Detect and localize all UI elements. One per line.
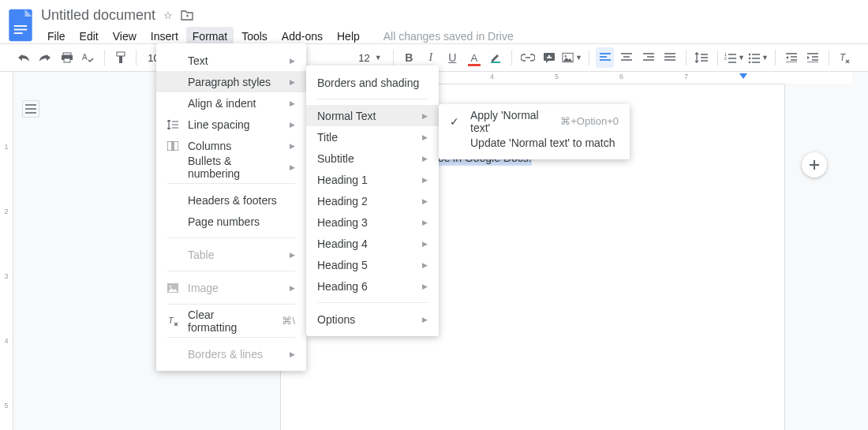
svg-rect-10 xyxy=(491,62,500,63)
text-color-button[interactable]: A xyxy=(465,47,483,68)
svg-rect-9 xyxy=(119,56,122,63)
line-spacing-button[interactable] xyxy=(693,47,711,68)
svg-rect-1 xyxy=(14,25,28,27)
svg-point-19 xyxy=(749,58,751,60)
format-item-borders-lines: Borders & lines▶ xyxy=(156,343,306,365)
chevron-right-icon: ▶ xyxy=(422,155,428,163)
align-center-button[interactable] xyxy=(617,47,635,68)
clear-formatting-button[interactable]: T xyxy=(836,47,854,68)
format-item-columns[interactable]: Columns▶ xyxy=(156,135,306,156)
document-title[interactable]: Untitled document xyxy=(41,7,155,24)
underline-button[interactable]: U xyxy=(443,47,462,68)
chevron-right-icon: ▶ xyxy=(290,251,295,259)
align-right-button[interactable] xyxy=(639,47,657,68)
chevron-right-icon: ▶ xyxy=(422,133,428,141)
chevron-right-icon: ▶ xyxy=(422,176,428,184)
highlight-color-button[interactable] xyxy=(487,47,505,68)
svg-point-20 xyxy=(749,62,751,63)
chevron-right-icon: ▶ xyxy=(422,316,428,323)
explore-button[interactable] xyxy=(802,152,827,178)
svg-rect-4 xyxy=(63,53,71,55)
chevron-down-icon: ▼ xyxy=(375,54,382,62)
parastyle-item-normal-text[interactable]: Normal Text▶ xyxy=(306,105,439,126)
apply-normal-text-item[interactable]: ✓ Apply 'Normal text' ⌘+Option+0 xyxy=(439,110,630,132)
svg-rect-2 xyxy=(14,29,28,31)
chevron-right-icon: ▶ xyxy=(290,121,295,129)
document-outline-button[interactable] xyxy=(22,100,39,118)
chevron-right-icon: ▶ xyxy=(422,112,428,120)
svg-rect-6 xyxy=(64,58,70,62)
chevron-right-icon: ▶ xyxy=(422,282,428,290)
svg-text:T: T xyxy=(168,316,174,325)
svg-text:A: A xyxy=(82,53,88,62)
chevron-right-icon: ▶ xyxy=(422,197,428,205)
decrease-indent-button[interactable] xyxy=(782,47,800,68)
svg-point-18 xyxy=(749,54,751,56)
titlebar: Untitled document ☆ FileEditViewInsertFo… xyxy=(0,0,868,43)
format-item-line-spacing[interactable]: Line spacing▶ xyxy=(156,114,306,135)
format-item-bullets-numbering[interactable]: Bullets & numbering▶ xyxy=(156,156,306,178)
format-item-clear-formatting[interactable]: TClear formatting⌘\ xyxy=(156,310,306,331)
parastyle-item-heading-2[interactable]: Heading 2▶ xyxy=(306,190,439,211)
bulleted-list-button[interactable]: ▼ xyxy=(748,47,769,68)
insert-comment-button[interactable] xyxy=(540,47,558,68)
print-button[interactable] xyxy=(58,47,76,68)
format-item-paragraph-styles[interactable]: Paragraph styles▶ xyxy=(156,71,306,92)
chevron-down-icon: ▼ xyxy=(575,54,582,62)
svg-text:2: 2 xyxy=(724,56,727,61)
align-left-button[interactable] xyxy=(596,47,614,68)
vertical-ruler: 12345 xyxy=(0,72,13,430)
update-normal-text-item[interactable]: Update 'Normal text' to match xyxy=(439,132,630,153)
move-to-folder-icon[interactable] xyxy=(181,9,193,21)
svg-rect-13 xyxy=(547,57,552,58)
format-item-table: Table▶ xyxy=(156,244,306,265)
check-icon: ✓ xyxy=(450,115,459,128)
svg-rect-3 xyxy=(14,32,23,34)
chevron-right-icon: ▶ xyxy=(290,99,295,107)
parastyle-item-subtitle[interactable]: Subtitle▶ xyxy=(306,148,439,169)
paint-format-button[interactable] xyxy=(111,47,129,68)
chevron-right-icon: ▶ xyxy=(290,350,295,358)
parastyle-item-heading-5[interactable]: Heading 5▶ xyxy=(306,254,439,275)
parastyle-item-heading-3[interactable]: Heading 3▶ xyxy=(306,211,439,233)
increase-indent-button[interactable] xyxy=(803,47,821,68)
normal-text-menu: ✓ Apply 'Normal text' ⌘+Option+0 Update … xyxy=(439,104,630,159)
parastyle-item-heading-6[interactable]: Heading 6▶ xyxy=(306,275,439,297)
indent-marker-icon[interactable] xyxy=(739,73,747,79)
chevron-right-icon: ▶ xyxy=(290,284,295,292)
format-item-image: Image▶ xyxy=(156,277,306,298)
svg-rect-8 xyxy=(117,52,125,56)
format-menu: Text▶Paragraph styles▶Align & indent▶Lin… xyxy=(156,43,306,371)
chevron-right-icon: ▶ xyxy=(290,78,295,86)
svg-rect-24 xyxy=(167,141,172,151)
parastyle-item-heading-1[interactable]: Heading 1▶ xyxy=(306,169,439,190)
parastyle-item-options[interactable]: Options▶ xyxy=(306,308,439,330)
docs-logo-icon[interactable] xyxy=(6,6,35,44)
format-item-text[interactable]: Text▶ xyxy=(156,50,306,71)
chevron-right-icon: ▶ xyxy=(422,261,428,269)
parastyle-item-heading-4[interactable]: Heading 4▶ xyxy=(306,233,439,254)
paragraph-styles-menu: Borders and shadingNormal Text▶Title▶Sub… xyxy=(306,65,439,336)
numbered-list-button[interactable]: 12▼ xyxy=(724,47,745,68)
format-item-headers-footers[interactable]: Headers & footers xyxy=(156,189,306,211)
parastyle-item-borders-and-shading[interactable]: Borders and shading xyxy=(306,72,439,93)
format-item-page-numbers[interactable]: Page numbers xyxy=(156,211,306,232)
parastyle-item-title[interactable]: Title▶ xyxy=(306,126,439,148)
format-item-align-indent[interactable]: Align & indent▶ xyxy=(156,92,306,114)
svg-point-27 xyxy=(170,285,172,287)
svg-rect-25 xyxy=(174,141,178,151)
redo-button[interactable] xyxy=(36,47,54,68)
svg-text:T: T xyxy=(840,52,847,63)
svg-point-15 xyxy=(564,55,566,57)
chevron-right-icon: ▶ xyxy=(290,142,295,150)
undo-button[interactable] xyxy=(14,47,32,68)
font-size-selector[interactable]: 12▼ xyxy=(354,52,386,64)
insert-link-button[interactable] xyxy=(518,47,537,68)
spellcheck-button[interactable]: A xyxy=(79,47,97,68)
chevron-right-icon: ▶ xyxy=(290,57,295,65)
align-justify-button[interactable] xyxy=(660,47,679,68)
star-icon[interactable]: ☆ xyxy=(163,9,173,21)
insert-image-button[interactable]: ▼ xyxy=(562,47,582,68)
chevron-right-icon: ▶ xyxy=(290,163,295,171)
svg-rect-23 xyxy=(810,164,819,166)
